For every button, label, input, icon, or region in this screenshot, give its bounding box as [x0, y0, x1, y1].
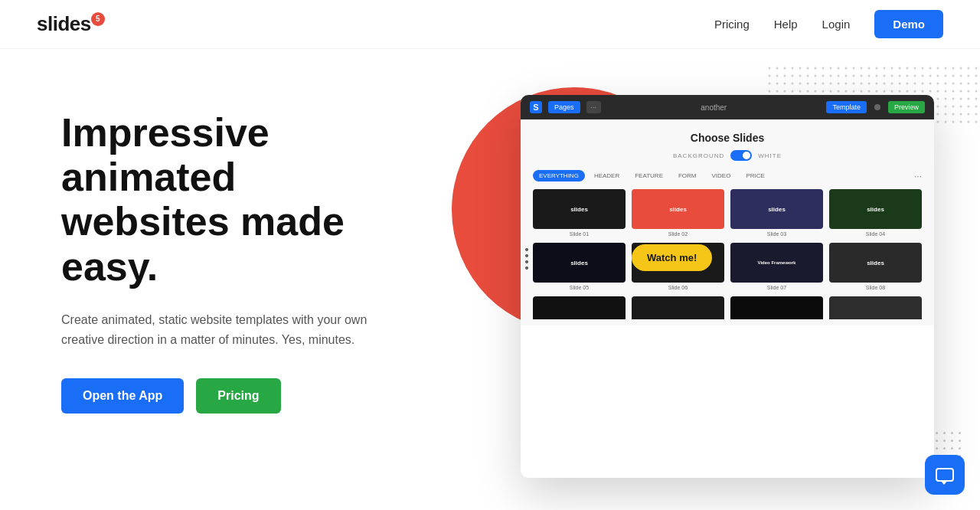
- svg-point-139: [975, 98, 978, 100]
- svg-point-76: [922, 83, 924, 85]
- svg-point-167: [975, 106, 978, 108]
- app-preview-button[interactable]: Preview: [888, 101, 925, 113]
- svg-point-51: [945, 75, 947, 77]
- svg-point-33: [807, 75, 809, 77]
- slide-item-5[interactable]: slides Slide 05: [533, 243, 626, 290]
- svg-point-256: [936, 440, 938, 442]
- sidebar-dot-4: [525, 266, 528, 270]
- svg-point-84: [769, 90, 771, 93]
- slide-item-8[interactable]: slides Slide 08: [829, 243, 922, 290]
- svg-point-50: [937, 75, 939, 77]
- svg-point-11: [853, 67, 855, 70]
- svg-point-107: [945, 90, 947, 93]
- app-template-button[interactable]: Template: [826, 101, 867, 113]
- slide-5-logo: slides: [570, 260, 588, 266]
- svg-point-259: [959, 440, 961, 442]
- cat-header[interactable]: HEADER: [588, 170, 626, 181]
- svg-point-8: [830, 67, 832, 70]
- svg-point-69: [868, 83, 871, 85]
- svg-point-219: [945, 121, 947, 123]
- app-sidebar-dots: [525, 248, 528, 270]
- cat-feature[interactable]: FEATURE: [629, 170, 669, 181]
- svg-point-98: [876, 90, 878, 93]
- nav-login[interactable]: Login: [822, 18, 851, 31]
- slide-6-label: Slide 06: [632, 285, 724, 290]
- svg-point-22: [937, 67, 939, 70]
- svg-point-103: [914, 90, 916, 93]
- svg-point-80: [952, 83, 955, 85]
- slide-3-logo: slides: [768, 206, 786, 213]
- nav-pricing[interactable]: Pricing: [714, 18, 750, 31]
- svg-point-100: [891, 90, 893, 93]
- slide-item-4[interactable]: slides Slide 04: [829, 189, 922, 237]
- svg-point-241: [959, 432, 961, 434]
- svg-point-220: [952, 121, 955, 123]
- hero-section: Impressive animated websites made easy. …: [0, 49, 429, 510]
- background-toggle[interactable]: [730, 150, 752, 161]
- cat-form[interactable]: FORM: [672, 170, 703, 181]
- svg-point-0: [769, 67, 771, 70]
- slide-item-3[interactable]: slides Slide 03: [730, 189, 823, 237]
- svg-point-92: [830, 90, 832, 93]
- nav: Pricing Help Login Demo: [714, 10, 943, 38]
- sidebar-dot-3: [525, 260, 528, 263]
- svg-point-61: [807, 83, 809, 85]
- background-toggle-row: BACKGROUND WHITE: [533, 150, 922, 161]
- slide-8-label: Slide 08: [829, 285, 922, 290]
- svg-point-21: [929, 67, 932, 70]
- cat-everything[interactable]: EVERYTHING: [533, 170, 585, 181]
- svg-point-240: [951, 432, 953, 434]
- demo-button[interactable]: Demo: [874, 10, 943, 38]
- svg-point-238: [936, 432, 938, 434]
- slide-3-label: Slide 03: [730, 231, 823, 237]
- svg-point-5: [807, 67, 809, 70]
- svg-point-77: [929, 83, 932, 85]
- svg-point-12: [861, 67, 863, 70]
- slides-grid-bottom: [533, 296, 922, 319]
- slide-item-2[interactable]: slides Slide 02: [632, 189, 724, 237]
- slide-thumb-b1: [533, 296, 626, 319]
- more-categories-icon[interactable]: ···: [914, 171, 922, 181]
- slide-thumb-b3: [730, 296, 823, 319]
- app-title: another: [607, 103, 820, 112]
- logo[interactable]: slides 5: [37, 12, 105, 37]
- svg-point-60: [799, 83, 802, 85]
- svg-point-68: [861, 83, 863, 85]
- chat-icon: [936, 468, 954, 482]
- slide-item-1[interactable]: slides Slide 01: [533, 189, 626, 237]
- svg-point-275: [943, 447, 946, 450]
- slide-4-label: Slide 04: [829, 231, 922, 237]
- svg-point-58: [784, 83, 786, 85]
- svg-point-14: [876, 67, 878, 70]
- svg-point-24: [952, 67, 955, 70]
- svg-point-274: [936, 447, 938, 450]
- logo-badge: 5: [91, 12, 105, 26]
- svg-point-135: [945, 98, 947, 100]
- svg-point-13: [868, 67, 871, 70]
- svg-point-221: [960, 121, 962, 123]
- header: slides 5 Pricing Help Login Demo: [0, 0, 980, 49]
- slide-4-logo: slides: [867, 206, 884, 213]
- svg-point-81: [960, 83, 962, 85]
- svg-point-223: [975, 121, 978, 123]
- chat-button[interactable]: [925, 455, 965, 495]
- cat-video[interactable]: VIDEO: [706, 170, 737, 181]
- slide-thumb-8: slides: [829, 243, 922, 283]
- slide-item-7[interactable]: Video Framework Slide 07: [730, 243, 823, 290]
- svg-point-166: [968, 106, 970, 108]
- svg-point-55: [975, 75, 978, 77]
- svg-point-102: [906, 90, 909, 93]
- svg-point-40: [861, 75, 863, 77]
- open-app-button[interactable]: Open the App: [61, 378, 184, 414]
- svg-point-64: [830, 83, 832, 85]
- nav-help[interactable]: Help: [774, 18, 798, 31]
- svg-point-17: [899, 67, 901, 70]
- slide-2-logo: slides: [669, 206, 687, 213]
- svg-point-94: [845, 90, 848, 93]
- slide-1-logo: slides: [570, 206, 588, 213]
- pricing-button[interactable]: Pricing: [196, 378, 280, 414]
- app-pages-tab[interactable]: Pages: [548, 101, 580, 113]
- cat-price[interactable]: PRICE: [740, 170, 770, 181]
- svg-point-95: [853, 90, 855, 93]
- svg-point-88: [799, 90, 802, 93]
